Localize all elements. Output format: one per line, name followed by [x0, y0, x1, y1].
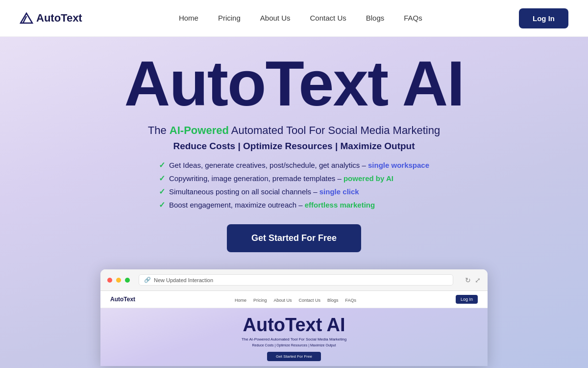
mini-nav-blogs[interactable]: Blogs [327, 298, 339, 303]
hero-tagline: Reduce Costs | Optimize Resources | Maxi… [173, 141, 415, 152]
mini-hero-subtitle: The AI-Powered Automated Tool For Social… [110, 337, 478, 342]
mini-navbar: AutoText Home Pricing About Us Contact U… [100, 291, 488, 308]
mini-cta-button[interactable]: Get Started For Free [267, 352, 321, 361]
hero-section: AutoText AI The AI-Powered Automated Too… [0, 37, 588, 368]
feature-1-text: Get Ideas, generate creatives, post/sche… [169, 161, 429, 169]
nav-about[interactable]: About Us [260, 14, 291, 22]
checkmark-2: ✓ [159, 174, 165, 183]
browser-mockup: 🔗 New Updated Interaction ↻ ⤢ AutoText H… [100, 269, 488, 366]
feature-4-text: Boost engagement, maximize outreach – ef… [169, 201, 375, 209]
logo-icon [20, 12, 33, 24]
hero-title: AutoText AI [124, 52, 464, 115]
browser-bar: 🔗 New Updated Interaction ↻ ⤢ [100, 269, 488, 291]
browser-dot-red [107, 278, 112, 283]
checkmark-4: ✓ [159, 200, 165, 210]
nav-faqs[interactable]: FAQs [404, 14, 422, 22]
refresh-icon[interactable]: ↻ [465, 276, 471, 284]
mini-nav-contact[interactable]: Contact Us [299, 298, 321, 303]
browser-dot-green [125, 278, 130, 283]
logo-text: AutoText [36, 12, 82, 25]
feature-2: ✓ Copywriting, image generation, premade… [159, 174, 393, 183]
checkmark-1: ✓ [159, 160, 165, 170]
logo[interactable]: AutoText [20, 12, 82, 25]
mini-nav-pricing[interactable]: Pricing [253, 298, 267, 303]
feature-4-highlight: effortless marketing [305, 201, 375, 209]
feature-4: ✓ Boost engagement, maximize outreach – … [159, 200, 375, 210]
mini-nav-about[interactable]: About Us [274, 298, 292, 303]
nav-pricing[interactable]: Pricing [218, 14, 241, 22]
feature-3: ✓ Simultaneous posting on all social cha… [159, 187, 359, 196]
nav-links: Home Pricing About Us Contact Us Blogs F… [179, 14, 422, 23]
cta-button[interactable]: Get Started For Free [227, 224, 361, 252]
feature-3-text: Simultaneous posting on all social chann… [169, 187, 359, 196]
hero-features-list: ✓ Get Ideas, generate creatives, post/sc… [159, 160, 429, 210]
mini-nav-faqs[interactable]: FAQs [345, 298, 357, 303]
feature-1-highlight: single workspace [368, 161, 429, 169]
hero-subtitle-suffix: Automated Tool For Social Media Marketin… [229, 124, 440, 136]
browser-dot-yellow [116, 278, 121, 283]
mini-login-button[interactable]: Log In [456, 295, 478, 304]
svg-marker-0 [21, 13, 32, 23]
mini-hero-title: AutoText AI [110, 315, 478, 334]
mini-hero-tagline: Reduce Costs | Optimize Resources | Maxi… [110, 343, 478, 347]
feature-2-highlight: powered by AI [343, 174, 393, 183]
url-text: New Updated Interaction [154, 277, 213, 283]
browser-content: AutoText Home Pricing About Us Contact U… [100, 291, 488, 366]
hero-subtitle-highlight: AI-Powered [170, 124, 229, 136]
mini-hero: AutoText AI The AI-Powered Automated Too… [100, 308, 488, 366]
mini-nav-home[interactable]: Home [235, 298, 246, 303]
feature-2-text: Copywriting, image generation, premade t… [169, 174, 393, 183]
login-button[interactable]: Log In [519, 8, 568, 28]
checkmark-3: ✓ [159, 187, 165, 196]
browser-url-bar[interactable]: 🔗 New Updated Interaction [139, 274, 453, 286]
hero-subtitle-prefix: The [148, 124, 170, 136]
mini-nav-links: Home Pricing About Us Contact Us Blogs F… [235, 295, 356, 304]
nav-blogs[interactable]: Blogs [366, 14, 385, 22]
hero-subtitle: The AI-Powered Automated Tool For Social… [148, 124, 440, 137]
nav-home[interactable]: Home [179, 14, 198, 22]
navbar: AutoText Home Pricing About Us Contact U… [0, 0, 588, 37]
feature-1: ✓ Get Ideas, generate creatives, post/sc… [159, 160, 429, 170]
link-icon: 🔗 [144, 277, 151, 283]
nav-contact[interactable]: Contact Us [310, 14, 346, 22]
feature-3-highlight: single click [319, 187, 359, 196]
mini-logo: AutoText [110, 296, 135, 303]
fullscreen-icon[interactable]: ⤢ [475, 276, 481, 284]
